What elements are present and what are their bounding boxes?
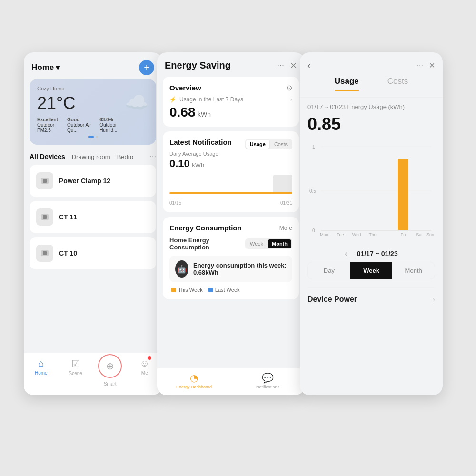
device-power-row[interactable]: Device Power ›	[307, 287, 435, 311]
usage-costs-tabs: Usage Costs	[300, 75, 443, 98]
device-name-power-clamp: Power Clamp 12	[59, 177, 110, 185]
scene-icon: ☑	[71, 358, 80, 369]
tab-drawing-room[interactable]: Drawing room	[72, 153, 110, 160]
svg-rect-5	[43, 251, 47, 255]
notification-title: Latest Notification	[169, 138, 232, 146]
air-label: Good	[67, 117, 92, 122]
notifications-nav[interactable]: 💬 Notifications	[231, 372, 305, 389]
home-screen: Home ▾ + Cozy Home 21°C Excellent Outdoo…	[24, 52, 162, 395]
chart-bar-fri	[398, 159, 408, 230]
home-title[interactable]: Home ▾	[31, 63, 60, 73]
week-tab[interactable]: Week	[246, 239, 267, 248]
svg-text:Mon: Mon	[320, 232, 328, 237]
svg-text:1: 1	[312, 144, 315, 149]
energy-header: Energy Saving ··· ✕	[157, 52, 305, 77]
tab-all-devices[interactable]: All Devices	[30, 153, 65, 160]
home-label-text: Home	[31, 63, 54, 72]
nav-scene[interactable]: ☑ Scene	[59, 358, 93, 388]
usage-header-icons: ··· ✕	[417, 61, 435, 70]
dashboard-nav-label: Energy Dashboard	[176, 385, 212, 389]
nav-me-label: Me	[141, 370, 148, 376]
nav-smart-label: Smart	[104, 381, 117, 387]
humidity-sub: Outdoor Humid...	[99, 122, 125, 133]
overview-section: Overview ⊙ ⚡ Usage in the Last 7 Days › …	[163, 77, 299, 127]
chevron-down-icon: ▾	[56, 63, 60, 73]
device-icon-ct10	[36, 245, 53, 262]
device-card-ct11[interactable]: CT 11	[30, 201, 156, 233]
energy-consumption-title: Energy Consumption	[169, 224, 242, 232]
daily-value-display: 0.10 kWh	[169, 158, 232, 170]
more-options-icon[interactable]: ···	[277, 60, 284, 70]
legend-this-week-label: This Week	[178, 287, 203, 293]
tab-bedroom[interactable]: Bedro	[117, 153, 134, 160]
settings-icon[interactable]: ⊙	[286, 83, 292, 92]
svg-text:0.5: 0.5	[309, 188, 316, 194]
svg-rect-1	[43, 179, 47, 183]
usage-more-icon[interactable]: ···	[417, 61, 423, 70]
energy-consumption-section: Energy Consumption More Home EnergyConsu…	[163, 217, 299, 299]
svg-rect-3	[43, 215, 47, 219]
chart-date-end: 01/21	[280, 200, 292, 206]
legend-dot-this-week	[171, 288, 176, 292]
energy-saving-screen: Energy Saving ··· ✕ Overview ⊙ ⚡ Usage i…	[157, 52, 305, 395]
add-button[interactable]: +	[139, 60, 154, 75]
usage-header: ‹ ··· ✕	[300, 52, 443, 75]
device-power-label: Device Power	[307, 295, 357, 304]
period-day[interactable]: Day	[308, 262, 350, 279]
device-icon-ct11	[36, 208, 53, 226]
device-power-chevron-icon: ›	[433, 296, 435, 303]
usage-chevron-icon: ›	[290, 96, 292, 103]
legend-dot-last-week	[208, 288, 213, 292]
device-card-power-clamp[interactable]: Power Clamp 12	[30, 165, 156, 197]
me-badge	[148, 356, 151, 360]
lightning-icon: ⚡	[169, 96, 177, 103]
period-tabs: Day Week Month	[307, 262, 435, 279]
legend-this-week: This Week	[171, 287, 203, 293]
legend-last-week-label: Last Week	[215, 287, 240, 293]
smart-circle: ⊕	[98, 354, 122, 378]
usage-tab[interactable]: Usage	[246, 140, 269, 149]
chart-date-start: 01/15	[169, 200, 181, 206]
usage-kwh-value: 0.85	[300, 112, 443, 142]
back-button[interactable]: ‹	[307, 60, 311, 71]
device-card-ct10[interactable]: CT 10	[30, 237, 156, 269]
nav-smart[interactable]: ⊕ Smart	[93, 358, 128, 388]
pm25-label: Excellent	[37, 117, 60, 122]
usage-label: Usage in the Last 7 Days	[179, 96, 288, 103]
costs-tab[interactable]: Costs	[270, 140, 291, 149]
more-link[interactable]: More	[279, 225, 292, 231]
location-label: Cozy Home	[37, 86, 149, 91]
humidity-label: 63.0%	[99, 117, 125, 122]
energy-dashboard-nav[interactable]: ◔ Energy Dashboard	[157, 372, 231, 389]
nav-scene-label: Scene	[69, 371, 82, 376]
home-header: Home ▾ +	[24, 52, 162, 79]
device-icon-power-clamp	[36, 172, 53, 189]
svg-text:Fri: Fri	[401, 232, 406, 237]
usage-costs-screen: ‹ ··· ✕ Usage Costs 01/17 ~ 01/23 Energy…	[300, 52, 443, 395]
home-energy-label: Home EnergyConsumption	[169, 237, 209, 251]
overview-header: Overview ⊙	[169, 83, 292, 92]
chart-bar-gray	[273, 175, 292, 194]
usage-close-icon[interactable]: ✕	[429, 61, 435, 70]
month-tab[interactable]: Month	[268, 239, 291, 248]
kwh-unit: kWh	[198, 110, 211, 118]
tab-usage[interactable]: Usage	[335, 77, 359, 91]
svg-text:0: 0	[312, 228, 315, 233]
tabs-more-icon[interactable]: ···	[150, 152, 156, 161]
device-tabs: All Devices Drawing room Bedro ···	[24, 150, 162, 165]
usage-chart	[169, 170, 292, 198]
device-consumption-text: Energy consumption this week: 0.68kWh	[193, 262, 287, 276]
prev-period-button[interactable]: ‹	[345, 249, 347, 258]
tab-costs[interactable]: Costs	[387, 77, 408, 91]
period-month[interactable]: Month	[392, 262, 435, 279]
device-name-ct10: CT 10	[59, 249, 77, 257]
dot-1	[88, 136, 94, 138]
close-icon[interactable]: ✕	[290, 60, 297, 71]
nav-home[interactable]: ⌂ Home	[24, 358, 59, 388]
air-sub: Outdoor Air Qu...	[67, 122, 92, 133]
energy-title: Energy Saving	[165, 60, 231, 71]
period-week[interactable]: Week	[350, 262, 393, 279]
home-icon: ⌂	[38, 358, 44, 369]
home-energy-header: Home EnergyConsumption Week Month	[169, 237, 292, 251]
daily-unit: kWh	[192, 161, 204, 169]
